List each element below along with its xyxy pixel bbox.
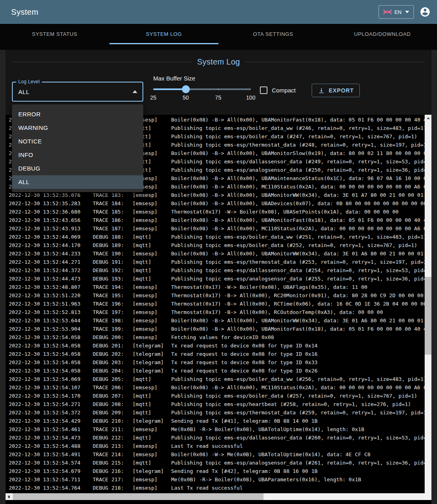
- slider-mark-dot: [250, 89, 251, 90]
- compact-label: Compact: [272, 87, 296, 94]
- log-row: 2022-12-30 13:52:54.069DEBUG 205:[mqtt]P…: [6, 375, 425, 383]
- app-bar: System EN: [0, 0, 437, 24]
- log-row: 2022-12-30 13:52:44.233TRACE 190:[emsesp…: [6, 249, 425, 258]
- export-button[interactable]: EXPORT: [312, 84, 360, 97]
- tab-ota-settings[interactable]: OTA SETTINGS: [218, 24, 328, 50]
- log-row: 2022-12-30 13:52:44.473DEBUG 193:[mqtt]P…: [6, 275, 425, 283]
- log-row: 2022-12-30 13:52:43.656TRACE 186:[emsesp…: [6, 216, 425, 224]
- tab-label: OTA SETTINGS: [253, 31, 293, 37]
- log-row: 2022-12-30 13:52:54.170DEBUG 207:[mqtt]P…: [6, 392, 425, 400]
- log-row: 2022-12-30 13:52:53.644TRACE 198:[emsesp…: [6, 316, 425, 325]
- page-title: System Log: [197, 57, 240, 67]
- slider-mark-25: 25: [150, 94, 156, 101]
- slider-mark-labels: 25 50 75 100: [153, 94, 251, 102]
- tab-system-log[interactable]: SYSTEM LOG: [109, 24, 219, 50]
- log-row: 2022-12-30 13:52:54.107TRACE 206:[emsesp…: [6, 383, 425, 392]
- chevron-down-icon: [405, 11, 409, 13]
- panel-title-row: System Log: [12, 57, 425, 67]
- account-circle-icon: [419, 6, 431, 18]
- log-row: 2022-12-30 13:52:51.963TRACE 196:[emsesp…: [6, 300, 425, 308]
- buffer-size-slider[interactable]: [153, 88, 251, 91]
- log-row: 2022-12-30 13:52:54.058DEBUG 200:[emsesp…: [6, 333, 425, 341]
- log-row: 2022-12-30 13:52:53.904TRACE 199:[emsesp…: [6, 325, 425, 333]
- horizontal-scrollbar[interactable]: [6, 493, 425, 500]
- log-row: 2022-12-30 13:52:54.679DEBUG 216:[telegr…: [6, 467, 425, 475]
- vertical-scrollbar-thumb[interactable]: [425, 277, 431, 355]
- tab-upload-download[interactable]: UPLOAD/DOWNLOAD: [328, 24, 437, 50]
- log-level-option[interactable]: ERROR: [12, 108, 143, 121]
- horizontal-scrollbar-thumb[interactable]: [13, 493, 263, 500]
- log-row: 2022-12-30 13:52:44.069DEBUG 188:[mqtt]P…: [6, 233, 425, 241]
- download-icon: [318, 87, 325, 94]
- scroll-up-button[interactable]: [425, 115, 431, 122]
- log-row: 2022-12-30 13:52:54.711TRACE 217:[emsesp…: [6, 475, 425, 484]
- scroll-right-button[interactable]: [6, 493, 12, 500]
- vertical-scrollbar[interactable]: [425, 115, 431, 500]
- tab-label: SYSTEM LOG: [146, 31, 182, 37]
- scrollbar-corner: [425, 493, 431, 500]
- log-row: 2022-12-30 13:52:52.813TRACE 197:[emsesp…: [6, 308, 425, 316]
- log-row: 2022-12-30 13:52:44.170DEBUG 189:[mqtt]P…: [6, 241, 425, 249]
- log-row: 2022-12-30 13:52:54.058DEBUG 201:[telegr…: [6, 341, 425, 350]
- log-level-option[interactable]: DEBUG: [12, 162, 143, 175]
- log-row: 2022-12-30 13:52:54.058DEBUG 203:[telegr…: [6, 358, 425, 367]
- account-button[interactable]: [419, 6, 431, 18]
- log-row: 2022-12-30 13:52:54.491TRACE 214:[emsesp…: [6, 450, 425, 459]
- log-row: 2022-12-30 13:52:48.807TRACE 194:[emsesp…: [6, 283, 425, 291]
- active-tab-indicator: [109, 43, 219, 44]
- compact-toggle[interactable]: Compact: [260, 85, 296, 95]
- log-level-value: ALL: [18, 88, 29, 95]
- log-row: 2022-12-30 13:52:35.283TRACE 184:[emsesp…: [6, 199, 425, 208]
- log-row: 2022-12-30 13:52:54.764DEBUG 218:[emsesp…: [6, 484, 425, 492]
- log-level-option[interactable]: WARNING: [12, 121, 143, 135]
- slider-handle[interactable]: [182, 85, 190, 93]
- log-row: 2022-12-30 13:52:36.680TRACE 185:[emsesp…: [6, 208, 425, 216]
- log-row: 2022-12-30 13:52:54.488DEBUG 213:[emsesp…: [6, 442, 425, 450]
- language-selector[interactable]: EN: [378, 5, 414, 19]
- log-row: 2022-12-30 13:52:35.076TRACE 183:[emsesp…: [6, 191, 425, 199]
- log-row: 2022-12-30 13:52:54.271DEBUG 208:[mqtt]P…: [6, 400, 425, 408]
- compact-checkbox[interactable]: [260, 86, 267, 94]
- log-level-menu: ERRORWARNINGNOTICEINFODEBUGALL: [12, 104, 143, 192]
- buffer-size-label: Max Buffer Size: [153, 75, 195, 82]
- log-level-option[interactable]: ALL: [12, 175, 143, 189]
- uk-flag-icon: [383, 10, 392, 14]
- divider: [246, 62, 425, 62]
- slider-mark-50: 50: [183, 94, 189, 101]
- log-row: 2022-12-30 13:52:54.574DEBUG 215:[mqtt]P…: [6, 459, 425, 467]
- log-level-option[interactable]: NOTICE: [12, 135, 143, 148]
- log-row: 2022-12-30 13:52:54.429DEBUG 210:[telegr…: [6, 417, 425, 425]
- log-row: 2022-12-30 13:52:54.473DEBUG 212:[mqtt]P…: [6, 433, 425, 442]
- log-level-select[interactable]: Log Level ALL: [12, 82, 143, 102]
- slider-mark-100: 100: [246, 94, 255, 101]
- log-level-label: Log Level: [16, 79, 42, 84]
- language-label: EN: [394, 9, 402, 15]
- log-row: 2022-12-30 13:52:54.058DEBUG 202:[telegr…: [6, 350, 425, 358]
- tab-label: UPLOAD/DOWNLOAD: [354, 31, 411, 37]
- tab-label: SYSTEM STATUS: [32, 31, 77, 37]
- arrow-up-icon: [427, 117, 430, 119]
- log-row: 2022-12-30 13:52:44.271DEBUG 191:[mqtt]P…: [6, 258, 425, 266]
- app-title: System: [11, 8, 38, 17]
- divider: [12, 62, 191, 62]
- tab-system-status[interactable]: SYSTEM STATUS: [0, 24, 109, 50]
- log-row: 2022-12-30 13:52:54.461TRACE 211:[emsesp…: [6, 425, 425, 433]
- tab-bar: SYSTEM STATUS SYSTEM LOG OTA SETTINGS UP…: [0, 24, 437, 50]
- log-row: 2022-12-30 13:52:44.372DEBUG 192:[mqtt]P…: [6, 266, 425, 275]
- log-row: 2022-12-30 13:52:54.372DEBUG 209:[mqtt]P…: [6, 408, 425, 417]
- chevron-up-icon: [133, 90, 137, 93]
- slider-mark-75: 75: [215, 94, 221, 101]
- log-row: 2022-12-30 13:52:54.058DEBUG 204:[telegr…: [6, 367, 425, 375]
- export-label: EXPORT: [329, 87, 354, 94]
- log-row: 2022-12-30 13:52:43.913TRACE 187:[emsesp…: [6, 224, 425, 233]
- log-level-option[interactable]: INFO: [12, 148, 143, 162]
- log-row: 2022-12-30 13:52:51.220TRACE 195:[emsesp…: [6, 291, 425, 300]
- slider-track-active[interactable]: [153, 88, 186, 90]
- arrow-right-icon: [8, 495, 10, 498]
